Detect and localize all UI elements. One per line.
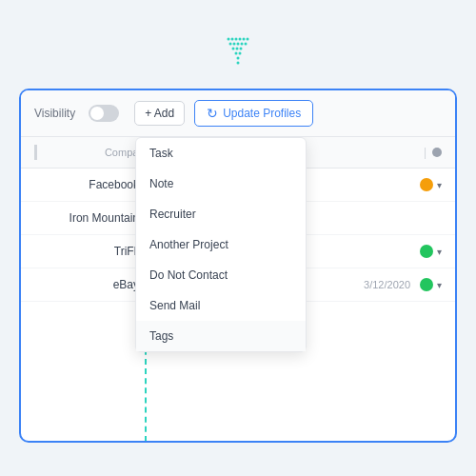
svg-point-1 (231, 38, 234, 41)
svg-point-10 (245, 43, 248, 46)
header-pipe: | (424, 146, 426, 159)
svg-point-14 (235, 52, 238, 55)
add-button[interactable]: + Add (134, 101, 185, 126)
svg-point-16 (237, 57, 240, 60)
row-right: ▾ (420, 245, 442, 258)
funnel-container (219, 33, 257, 71)
svg-point-9 (241, 43, 244, 46)
visibility-label: Visibility (34, 107, 75, 120)
dropdown-item-note[interactable]: Note (136, 169, 306, 199)
svg-point-8 (237, 43, 240, 46)
table-area: Company | Facebook ▾ Iron Mountain (21, 137, 455, 442)
chevron-down-icon[interactable]: ▾ (437, 247, 442, 257)
refresh-icon: ↻ (207, 106, 218, 121)
row-right: 3/12/2020 ▾ (364, 278, 442, 291)
dropdown-item-recruiter[interactable]: Recruiter (136, 199, 306, 229)
status-dot-green (420, 245, 433, 258)
svg-point-3 (239, 38, 242, 41)
dropdown-item-task[interactable]: Task (136, 138, 306, 169)
status-dot-green (420, 278, 433, 291)
company-name: Iron Mountain (34, 211, 139, 225)
svg-point-12 (236, 48, 239, 50)
company-name: eBay (34, 278, 139, 291)
status-dot-header (432, 148, 442, 157)
main-card: Visibility + Add ↻ Update Profiles Compa… (19, 89, 457, 443)
header-company: Company (45, 147, 149, 158)
update-profiles-button[interactable]: ↻ Update Profiles (194, 100, 313, 127)
dropdown-item-another-project[interactable]: Another Project (136, 229, 306, 260)
svg-point-13 (240, 48, 243, 50)
chevron-down-icon[interactable]: ▾ (437, 180, 442, 190)
funnel-icon (219, 33, 257, 71)
svg-point-2 (235, 38, 238, 41)
row-right: ▾ (420, 178, 442, 191)
svg-point-7 (233, 43, 236, 46)
svg-point-6 (229, 43, 232, 46)
header-right: | (424, 146, 442, 159)
svg-point-15 (239, 52, 242, 55)
row-date: 3/12/2020 (364, 279, 410, 290)
visibility-toggle[interactable] (89, 105, 119, 122)
status-dot-yellow (420, 178, 433, 191)
column-indicator (34, 145, 37, 160)
toggle-knob (90, 107, 104, 120)
svg-point-5 (247, 38, 249, 41)
svg-point-4 (243, 38, 246, 41)
svg-point-17 (237, 62, 240, 65)
company-name: TriFli (34, 245, 139, 258)
company-name: Facebook (34, 178, 139, 191)
dropdown-item-do-not-contact[interactable]: Do Not Contact (136, 260, 306, 290)
outer-wrapper: Visibility + Add ↻ Update Profiles Compa… (19, 33, 457, 443)
dropdown-item-send-mail[interactable]: Send Mail (136, 290, 306, 321)
svg-point-11 (232, 48, 235, 50)
toolbar: Visibility + Add ↻ Update Profiles (21, 90, 455, 137)
update-profiles-label: Update Profiles (223, 107, 301, 120)
dropdown-item-tags[interactable]: Tags (136, 321, 306, 351)
chevron-down-icon[interactable]: ▾ (437, 280, 442, 290)
dropdown-menu: Task Note Recruiter Another Project Do N… (135, 137, 307, 352)
svg-point-0 (228, 38, 230, 41)
